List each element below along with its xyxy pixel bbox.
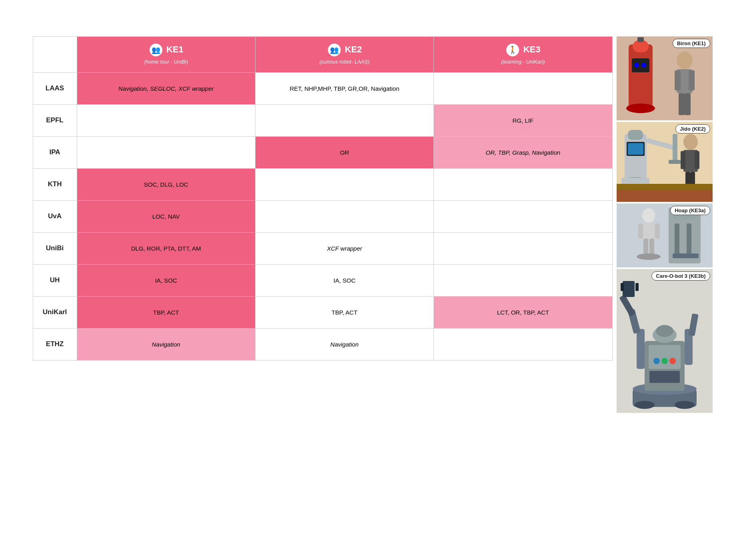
svg-point-64	[635, 401, 655, 409]
svg-rect-44	[673, 253, 699, 258]
jido-caption: Jido (KE2)	[675, 124, 710, 134]
header-ke3: KE3 (learning - UniKarl)	[434, 36, 612, 72]
svg-rect-6	[685, 93, 691, 115]
cell-uva-ke3	[434, 200, 612, 232]
ke2-icon	[327, 43, 342, 57]
biron-svg	[617, 36, 713, 120]
cell-unikarl-ke1: TBP, ACT	[77, 296, 255, 328]
svg-rect-43	[687, 223, 691, 255]
carebot-image-box: Care-O-bot 3 (KE3b)	[617, 269, 713, 413]
cell-laas-ke3	[434, 72, 612, 104]
jido-image-box: Jido (KE2)	[617, 122, 713, 202]
cell-epfl-ke3: RG, LIF	[434, 104, 612, 136]
row-label-ethz: ETHZ	[33, 328, 77, 360]
cell-ipa-ke3: OR, TBP, Grasp, Navigation	[434, 136, 612, 168]
cell-unikarl-ke2: TBP, ACT	[255, 296, 433, 328]
table-row: UniBiDLG, ROR, PTA, DTT, AMXCF wrapper	[33, 232, 612, 264]
svg-rect-35	[638, 223, 643, 239]
svg-rect-36	[655, 223, 660, 239]
table-row: UniKarlTBP, ACTTBP, ACTLCT, OR, TBP, ACT	[33, 296, 612, 328]
svg-point-13	[626, 104, 655, 113]
cell-epfl-ke2	[255, 104, 433, 136]
cell-ipa-ke2: OR	[255, 136, 433, 168]
cell-uh-ke2: IA, SOC	[255, 264, 433, 296]
ke2-subtitle: (curious robot- LAAS)	[320, 59, 370, 65]
cell-ethz-ke1: Navigation	[77, 328, 255, 360]
svg-rect-27	[669, 160, 681, 164]
cell-unikarl-ke3: LCT, OR, TBP, ACT	[434, 296, 612, 328]
header-ke2: KE2 (curious robot- LAAS)	[255, 36, 433, 72]
cell-laas-ke1: Navigation, SEGLOC, XCF wrapper	[77, 72, 255, 104]
svg-rect-26	[673, 134, 677, 162]
svg-point-62	[669, 358, 676, 364]
cell-uva-ke2	[255, 200, 433, 232]
table-row: IPAOROR, TBP, Grasp, Navigation	[33, 136, 612, 168]
svg-rect-54	[621, 283, 624, 291]
page-container: KE1 (home tour - UniBi) KE2 (curious rob…	[25, 20, 725, 540]
svg-rect-7	[629, 44, 653, 108]
ke1-title: KE1	[166, 44, 184, 54]
cell-ethz-ke3	[434, 328, 612, 360]
ke3-title: KE3	[523, 44, 541, 54]
cell-kth-ke2	[255, 168, 433, 200]
svg-rect-55	[635, 283, 639, 291]
svg-rect-5	[679, 93, 685, 115]
empty-header	[33, 36, 77, 72]
cell-kth-ke3	[434, 168, 612, 200]
svg-point-12	[641, 63, 646, 68]
svg-rect-31	[617, 190, 713, 202]
biron-image-box: Biron (KE1)	[617, 36, 713, 120]
table-row: KTHSOC, DLG, LOC	[33, 168, 612, 200]
carebot-svg	[617, 269, 713, 413]
row-label-laas: LAAS	[33, 72, 77, 104]
svg-rect-17	[681, 151, 685, 169]
svg-point-33	[642, 208, 655, 223]
carebot-caption: Care-O-bot 3 (KE3b)	[651, 271, 710, 281]
row-label-uh: UH	[33, 264, 77, 296]
cell-kth-ke1: SOC, DLG, LOC	[77, 168, 255, 200]
svg-rect-50	[637, 329, 645, 369]
cell-laas-ke2: RET, NHP,MHP, TBP, GR,OR, Navigation	[255, 72, 433, 104]
hoap-caption: Hoap (KE3a)	[670, 206, 710, 215]
jido-svg	[617, 122, 713, 202]
svg-rect-34	[642, 223, 655, 239]
svg-point-61	[661, 358, 668, 364]
cell-ethz-ke2: Navigation	[255, 328, 433, 360]
table-row: UvALOC, NAV	[33, 200, 612, 232]
table-row: LAASNavigation, SEGLOC, XCF wrapperRET, …	[33, 72, 612, 104]
cell-uva-ke1: LOC, NAV	[77, 200, 255, 232]
row-label-uva: UvA	[33, 200, 77, 232]
cell-unibi-ke2: XCF wrapper	[255, 232, 433, 264]
svg-rect-24	[628, 143, 643, 155]
cell-unibi-ke3	[434, 232, 612, 264]
ke2-title: KE2	[345, 44, 362, 54]
svg-point-1	[677, 52, 693, 69]
svg-rect-30	[617, 184, 713, 190]
svg-rect-21	[625, 134, 647, 182]
svg-rect-49	[649, 345, 681, 369]
hoap-image-box: Hoap (KE3a)	[617, 203, 713, 267]
cell-unibi-ke1: DLG, ROR, PTA, DTT, AM	[77, 232, 255, 264]
row-label-epfl: EPFL	[33, 104, 77, 136]
svg-rect-18	[695, 151, 699, 169]
svg-rect-42	[675, 223, 679, 255]
svg-point-39	[637, 253, 661, 260]
svg-rect-9	[637, 37, 644, 42]
main-table: KE1 (home tour - UniBi) KE2 (curious rob…	[33, 36, 613, 361]
svg-point-65	[675, 401, 695, 409]
jido-image	[617, 122, 713, 202]
carebot-image	[617, 269, 713, 413]
svg-rect-63	[649, 371, 680, 383]
svg-point-15	[683, 134, 698, 150]
row-label-ipa: IPA	[33, 136, 77, 168]
row-label-unibi: UniBi	[33, 232, 77, 264]
svg-rect-8	[633, 40, 649, 52]
svg-point-11	[634, 63, 639, 68]
table-row: EPFLRG, LIF	[33, 104, 612, 136]
table-row: ETHZNavigationNavigation	[33, 328, 612, 360]
table-section: KE1 (home tour - UniBi) KE2 (curious rob…	[33, 36, 613, 361]
cell-uh-ke1: IA, SOC	[77, 264, 255, 296]
row-label-unikarl: UniKarl	[33, 296, 77, 328]
ke3-subtitle: (learning - UniKarl)	[501, 59, 545, 65]
header-ke1: KE1 (home tour - UniBi)	[77, 36, 255, 72]
